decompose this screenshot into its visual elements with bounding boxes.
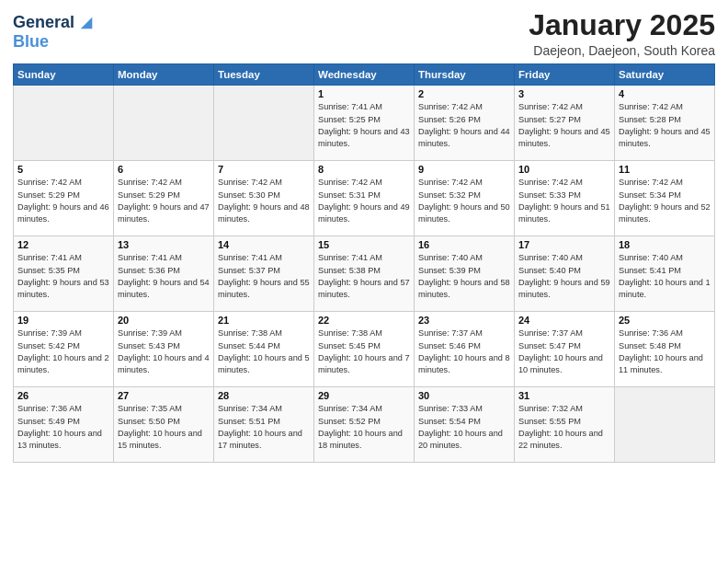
day-number: 23 [418,315,510,326]
day-number: 17 [518,239,610,250]
day-number: 14 [218,239,310,250]
logo-text: General [13,14,74,32]
day-info: Sunrise: 7:42 AM Sunset: 5:34 PM Dayligh… [619,177,711,225]
day-cell: 26Sunrise: 7:36 AM Sunset: 5:49 PM Dayli… [14,387,114,463]
day-number: 26 [17,390,109,401]
day-number: 15 [318,239,410,250]
week-row-1: 1Sunrise: 7:41 AM Sunset: 5:25 PM Daylig… [14,86,715,161]
day-number: 29 [318,390,410,401]
day-info: Sunrise: 7:42 AM Sunset: 5:33 PM Dayligh… [518,177,610,225]
day-cell: 8Sunrise: 7:42 AM Sunset: 5:31 PM Daylig… [314,161,415,236]
day-number: 6 [118,164,210,175]
header: General Blue January 2025 Daejeon, Daeje… [13,9,715,58]
day-cell: 2Sunrise: 7:42 AM Sunset: 5:26 PM Daylig… [415,86,515,161]
day-number: 12 [17,239,109,250]
day-cell: 18Sunrise: 7:40 AM Sunset: 5:41 PM Dayli… [615,236,715,312]
day-cell: 20Sunrise: 7:39 AM Sunset: 5:43 PM Dayli… [114,312,214,387]
day-info: Sunrise: 7:42 AM Sunset: 5:30 PM Dayligh… [218,177,310,225]
day-info: Sunrise: 7:32 AM Sunset: 5:55 PM Dayligh… [518,403,610,452]
day-number: 25 [619,315,711,326]
day-number: 2 [418,88,510,99]
week-row-2: 5Sunrise: 7:42 AM Sunset: 5:29 PM Daylig… [14,161,715,236]
day-cell: 31Sunrise: 7:32 AM Sunset: 5:55 PM Dayli… [515,387,615,463]
day-cell: 7Sunrise: 7:42 AM Sunset: 5:30 PM Daylig… [214,161,314,236]
day-info: Sunrise: 7:40 AM Sunset: 5:39 PM Dayligh… [418,252,510,301]
week-row-4: 19Sunrise: 7:39 AM Sunset: 5:42 PM Dayli… [14,312,715,387]
day-info: Sunrise: 7:42 AM Sunset: 5:31 PM Dayligh… [318,177,410,225]
weekday-header-wednesday: Wednesday [314,64,415,86]
main-title: January 2025 [529,9,715,41]
day-number: 3 [518,88,610,99]
day-info: Sunrise: 7:40 AM Sunset: 5:40 PM Dayligh… [518,252,610,301]
day-cell: 1Sunrise: 7:41 AM Sunset: 5:25 PM Daylig… [314,86,415,161]
day-cell [615,387,715,463]
day-cell: 10Sunrise: 7:42 AM Sunset: 5:33 PM Dayli… [515,161,615,236]
title-block: January 2025 Daejeon, Daejeon, South Kor… [529,9,715,58]
day-info: Sunrise: 7:38 AM Sunset: 5:44 PM Dayligh… [218,327,310,376]
week-row-5: 26Sunrise: 7:36 AM Sunset: 5:49 PM Dayli… [14,387,715,463]
day-number: 30 [418,390,510,401]
day-info: Sunrise: 7:38 AM Sunset: 5:45 PM Dayligh… [318,327,410,376]
page: General Blue January 2025 Daejeon, Daeje… [0,0,728,563]
weekday-header-saturday: Saturday [615,64,715,86]
day-number: 9 [418,164,510,175]
day-info: Sunrise: 7:42 AM Sunset: 5:29 PM Dayligh… [17,177,109,225]
day-number: 16 [418,239,510,250]
day-cell: 29Sunrise: 7:34 AM Sunset: 5:52 PM Dayli… [314,387,415,463]
day-cell: 13Sunrise: 7:41 AM Sunset: 5:36 PM Dayli… [114,236,214,312]
day-cell: 28Sunrise: 7:34 AM Sunset: 5:51 PM Dayli… [214,387,314,463]
day-info: Sunrise: 7:36 AM Sunset: 5:49 PM Dayligh… [17,403,109,452]
day-cell: 30Sunrise: 7:33 AM Sunset: 5:54 PM Dayli… [415,387,515,463]
day-cell [14,86,114,161]
day-cell: 14Sunrise: 7:41 AM Sunset: 5:37 PM Dayli… [214,236,314,312]
day-info: Sunrise: 7:34 AM Sunset: 5:51 PM Dayligh… [218,403,310,452]
day-number: 24 [518,315,610,326]
day-cell: 12Sunrise: 7:41 AM Sunset: 5:35 PM Dayli… [14,236,114,312]
day-cell: 5Sunrise: 7:42 AM Sunset: 5:29 PM Daylig… [14,161,114,236]
day-number: 7 [218,164,310,175]
day-cell: 22Sunrise: 7:38 AM Sunset: 5:45 PM Dayli… [314,312,415,387]
day-number: 21 [218,315,310,326]
day-number: 22 [318,315,410,326]
day-cell: 24Sunrise: 7:37 AM Sunset: 5:47 PM Dayli… [515,312,615,387]
weekday-header-row: SundayMondayTuesdayWednesdayThursdayFrid… [14,64,715,86]
day-info: Sunrise: 7:41 AM Sunset: 5:36 PM Dayligh… [118,252,210,301]
day-number: 11 [619,164,711,175]
day-number: 10 [518,164,610,175]
weekday-header-tuesday: Tuesday [214,64,314,86]
day-number: 27 [118,390,210,401]
day-number: 4 [619,88,711,99]
day-number: 5 [17,164,109,175]
day-cell: 17Sunrise: 7:40 AM Sunset: 5:40 PM Dayli… [515,236,615,312]
day-cell: 27Sunrise: 7:35 AM Sunset: 5:50 PM Dayli… [114,387,214,463]
day-info: Sunrise: 7:42 AM Sunset: 5:28 PM Dayligh… [619,101,711,150]
day-cell: 23Sunrise: 7:37 AM Sunset: 5:46 PM Dayli… [415,312,515,387]
day-info: Sunrise: 7:41 AM Sunset: 5:35 PM Dayligh… [17,252,109,301]
day-cell: 25Sunrise: 7:36 AM Sunset: 5:48 PM Dayli… [615,312,715,387]
logo: General Blue [13,13,97,52]
day-info: Sunrise: 7:42 AM Sunset: 5:26 PM Dayligh… [418,101,510,150]
day-info: Sunrise: 7:42 AM Sunset: 5:27 PM Dayligh… [518,101,610,150]
weekday-header-thursday: Thursday [415,64,515,86]
day-number: 20 [118,315,210,326]
day-number: 19 [17,315,109,326]
day-info: Sunrise: 7:40 AM Sunset: 5:41 PM Dayligh… [619,252,711,301]
day-info: Sunrise: 7:35 AM Sunset: 5:50 PM Dayligh… [118,403,210,452]
day-info: Sunrise: 7:42 AM Sunset: 5:29 PM Dayligh… [118,177,210,225]
day-number: 1 [318,88,410,99]
day-cell [214,86,314,161]
day-info: Sunrise: 7:41 AM Sunset: 5:37 PM Dayligh… [218,252,310,301]
day-cell: 4Sunrise: 7:42 AM Sunset: 5:28 PM Daylig… [615,86,715,161]
day-cell: 15Sunrise: 7:41 AM Sunset: 5:38 PM Dayli… [314,236,415,312]
day-info: Sunrise: 7:37 AM Sunset: 5:47 PM Dayligh… [518,327,610,376]
day-info: Sunrise: 7:36 AM Sunset: 5:48 PM Dayligh… [619,327,711,376]
day-info: Sunrise: 7:41 AM Sunset: 5:25 PM Dayligh… [318,101,410,150]
day-number: 31 [518,390,610,401]
day-cell: 16Sunrise: 7:40 AM Sunset: 5:39 PM Dayli… [415,236,515,312]
day-info: Sunrise: 7:33 AM Sunset: 5:54 PM Dayligh… [418,403,510,452]
day-cell: 9Sunrise: 7:42 AM Sunset: 5:32 PM Daylig… [415,161,515,236]
day-cell: 19Sunrise: 7:39 AM Sunset: 5:42 PM Dayli… [14,312,114,387]
weekday-header-sunday: Sunday [14,64,114,86]
day-info: Sunrise: 7:41 AM Sunset: 5:38 PM Dayligh… [318,252,410,301]
day-info: Sunrise: 7:39 AM Sunset: 5:42 PM Dayligh… [17,327,109,376]
